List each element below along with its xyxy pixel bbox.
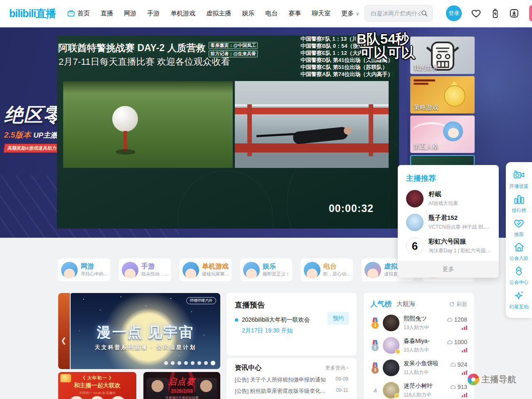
carousel-dot[interactable]	[204, 361, 208, 365]
streamer-avatar-r6-logo: 6	[406, 237, 424, 255]
carousel-slide-astronomy[interactable]: 漫一点 见宇宙 天文科普系列直播 · 全民追星计划 哔哩哔哩户外	[71, 293, 220, 369]
scoreboard-line: 中国警察E队 1：12（大内女	[299, 50, 370, 56]
nav-home[interactable]: 首页	[67, 9, 90, 17]
category-card-radio[interactable]: 电台 听，是心动…	[301, 259, 353, 281]
promo-carousel[interactable]: 漫一点 见宇宙 天文科普系列直播 · 全民追星计划 哔哩哔哩户外 ❮	[58, 293, 220, 369]
top-navbar: bilibili直播 首页 直播 网游 手游 单机游戏 虚拟主播 娱乐 电台 赛…	[0, 0, 532, 27]
menu-guild-center[interactable]: 公会中心	[510, 266, 529, 286]
schedule-title: 直播预告	[235, 300, 348, 310]
popularity-cloud-icon	[450, 362, 456, 367]
streamer-nav-watermark: 主播导航	[468, 374, 516, 385]
search-bar[interactable]	[365, 5, 433, 22]
carousel-dot[interactable]	[191, 361, 195, 365]
go-live-button[interactable]: 我要开播	[529, 5, 532, 22]
nav-vtuber[interactable]: 虚拟主播	[206, 10, 231, 17]
chevron-down-icon: ∨	[356, 11, 359, 17]
carousel-dot[interactable]	[177, 361, 181, 365]
handshake-icon	[513, 266, 525, 278]
esports-qualifier-banner[interactable]: 启点赛 2026/2/08 无畏契约五周年巡回赛	[143, 372, 220, 399]
menu-recommend[interactable]: 推荐	[513, 218, 525, 238]
new-year-gala-banner[interactable]: 《 大年初一 》 和主播一起大联欢 大年初一 19:30 欢乐播出	[58, 372, 136, 399]
nav-online-games[interactable]: 网游	[124, 10, 136, 17]
target-stand	[123, 131, 127, 152]
carousel-dot[interactable]	[164, 361, 168, 365]
category-card-pc-games[interactable]: 单机游戏 硬核玩家聚…	[180, 259, 232, 281]
carousel-dot[interactable]	[184, 361, 188, 365]
bar-chart-icon	[514, 194, 525, 206]
side-stream-minecraft[interactable]: 我的世界	[410, 37, 475, 74]
ranking-row[interactable]: 1 熙熙兔ツ 13人助力中 1208	[370, 315, 467, 331]
gala-logo-badge	[60, 374, 71, 382]
host-avatars	[58, 396, 136, 399]
tab-grand-fleet[interactable]: 大航海	[397, 300, 415, 308]
nav-esports[interactable]: 赛事	[288, 10, 301, 17]
category-card-online-games[interactable]: 网游 寻找心中的…	[58, 259, 110, 281]
category-mascot-avatar	[243, 262, 260, 278]
nav-live[interactable]: 直播	[101, 10, 113, 17]
menu-broadcast-settings[interactable]: 开播设置	[510, 170, 529, 190]
news-title: 资讯中心	[235, 364, 261, 372]
nav-radio[interactable]: 电台	[265, 10, 278, 17]
reserve-button[interactable]: 预约	[328, 312, 349, 325]
favorites-heart-icon[interactable]	[471, 8, 481, 19]
news-more-link[interactable]: 更多资讯 ›	[325, 365, 348, 372]
carousel-channel-badge: 哔哩哔哩户外	[186, 297, 216, 304]
sparkle-icon	[514, 290, 525, 302]
carousel-dot-active[interactable]	[211, 361, 215, 365]
category-mascot-avatar	[61, 262, 78, 278]
menu-guild-join[interactable]: 公会入驻	[510, 242, 529, 261]
search-input[interactable]	[371, 10, 421, 17]
side-stream-identityv[interactable]: 第五人格	[410, 116, 475, 153]
recommended-streamer[interactable]: 籽岷 AI游戏大玩家	[406, 190, 490, 207]
fan-medal-badge	[394, 393, 399, 398]
news-item[interactable]: [公告] 关于个人所得税扣缴申报的通知 09-09	[235, 376, 348, 384]
streamer-avatar	[383, 315, 399, 331]
menu-ranking[interactable]: 排行榜	[512, 194, 526, 214]
bronze-medal-icon: 3	[370, 362, 380, 374]
carousel-dot[interactable]	[197, 361, 201, 365]
nav-chatroom[interactable]: 聊天室	[312, 10, 330, 17]
refresh-button[interactable]: 刷新	[449, 300, 467, 308]
nav-entertainment[interactable]: 娱乐	[242, 10, 254, 17]
scoreboard-line: 中国警察A队 第74位出场（大内高手）	[299, 71, 394, 77]
app-download-icon[interactable]	[509, 8, 519, 18]
bullet-dot	[235, 318, 238, 322]
target-shadow	[116, 149, 135, 155]
popularity-cloud-icon	[447, 317, 453, 322]
side-stream-strategy[interactable]: 策略游戏	[410, 76, 475, 113]
ranking-row[interactable]: 2 淼淼Miya- 10人助力中 1000	[370, 337, 467, 354]
streamer-avatar	[383, 360, 399, 376]
live-schedule-card: 直播预告 2026bilibili大年初一联欢会 2月17日 19:30 开始 …	[227, 293, 357, 355]
live-player[interactable]: 阿联酋特警挑战赛 DAY-2 人质营救 客座嘉宾：@中国凤工 前方记者：@生来兵…	[57, 35, 399, 229]
tv-icon	[67, 9, 75, 17]
target-ball	[112, 106, 138, 132]
carousel-slide-subtitle: 天文科普系列直播 · 全民追星计划	[71, 344, 220, 351]
bilibili-live-homepage: bilibili直播 首页 直播 网游 手游 单机游戏 虚拟主播 娱乐 电台 赛…	[0, 0, 532, 399]
ranking-row[interactable]: 4 迷茫小树叶 116人助力中 913	[370, 382, 467, 399]
nav-pc-games[interactable]: 单机游戏	[170, 10, 195, 17]
nav-mobile-games[interactable]: 手游	[147, 10, 160, 17]
charge-battery-icon[interactable]	[490, 8, 500, 19]
popup-more-button[interactable]: 更多	[398, 261, 499, 278]
nav-more[interactable]: 更多 ∨	[341, 10, 359, 17]
carousel-prev-arrow-icon[interactable]: ❮	[61, 336, 66, 345]
menu-star-interactive[interactable]: 幻星互动	[510, 290, 529, 310]
login-button[interactable]: 登录	[446, 5, 462, 21]
bilibili-live-logo[interactable]: bilibili直播	[9, 7, 56, 20]
popularity-cloud-icon	[450, 384, 456, 389]
tab-popularity[interactable]: 人气榜	[370, 299, 392, 309]
category-card-entertainment[interactable]: 娱乐 颜即是正义！	[240, 259, 292, 281]
ranking-row[interactable]: 3 发呆小鱼饼啦 11人助力中 924	[370, 360, 467, 376]
recommended-streamer[interactable]: 6 彩虹六号国服 淘汰赛Day 1 | 彩虹六号国…	[406, 237, 490, 255]
category-card-mobile-games[interactable]: 手游 指尖悦动，…	[119, 259, 171, 281]
scoreboard-line: 中国警察C队 第51位出场（苏联队）	[299, 64, 389, 70]
camera-icon	[513, 170, 525, 182]
streamer-avatar	[383, 382, 399, 399]
carousel-dot[interactable]	[171, 361, 175, 365]
schedule-time: 2月17日 19:30 开始	[242, 327, 348, 335]
news-item[interactable]: [公告] 粉丝勋章亲密度改版等级变化说明 09-11	[235, 387, 348, 395]
category-mascot-avatar	[122, 262, 138, 278]
search-icon[interactable]	[421, 10, 428, 17]
news-center-card: 资讯中心 更多资讯 › [公告] 关于个人所得税扣缴申报的通知 09-09 [公…	[227, 358, 357, 399]
recommended-streamer[interactable]: 瓶子君152 VCTCN启点赛 种子战 BLG…	[406, 214, 490, 231]
